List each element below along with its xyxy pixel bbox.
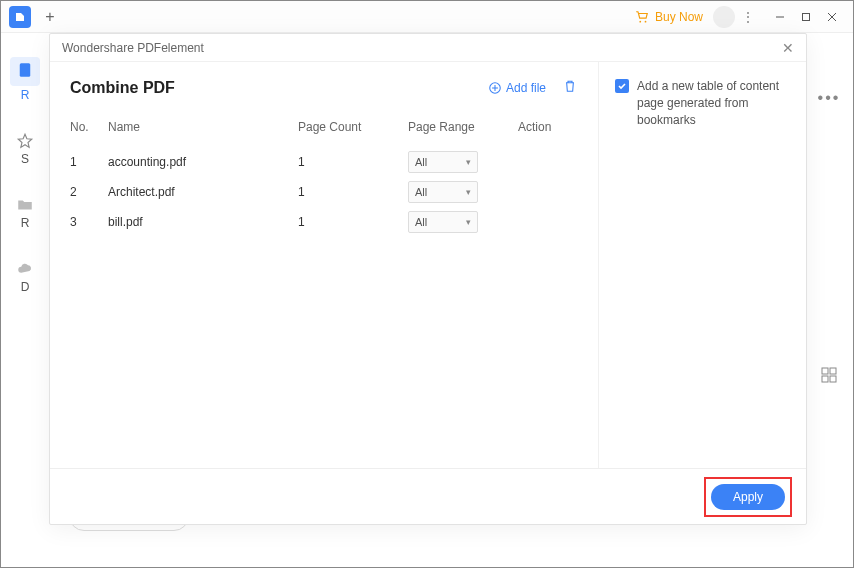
- cell-no: 2: [70, 185, 108, 199]
- cell-name: Architect.pdf: [108, 185, 298, 199]
- option-label: Add a new table of content page generate…: [637, 78, 790, 128]
- cell-no: 3: [70, 215, 108, 229]
- dialog-window-title: Wondershare PDFelement: [62, 41, 204, 55]
- cell-name: accounting.pdf: [108, 155, 298, 169]
- page-range-select[interactable]: All ▾: [408, 181, 478, 203]
- cell-no: 1: [70, 155, 108, 169]
- files-table: No. Name Page Count Page Range Action 1 …: [70, 114, 578, 235]
- cell-page-range: All ▾: [408, 211, 518, 233]
- dialog-close-button[interactable]: ✕: [782, 40, 794, 56]
- cell-page-count: 1: [298, 215, 408, 229]
- col-name: Name: [108, 120, 298, 134]
- option-row[interactable]: Add a new table of content page generate…: [615, 78, 790, 128]
- page-range-select[interactable]: All ▾: [408, 151, 478, 173]
- check-icon: [617, 81, 627, 91]
- range-value: All: [415, 156, 427, 168]
- add-file-button[interactable]: Add file: [488, 81, 546, 95]
- dialog-main: Combine PDF Add file No. Na: [50, 62, 598, 468]
- plus-circle-icon: [488, 81, 502, 95]
- col-no: No.: [70, 120, 108, 134]
- col-action: Action: [518, 120, 578, 134]
- combine-pdf-dialog: Wondershare PDFelement ✕ Combine PDF Add…: [49, 33, 807, 525]
- table-row[interactable]: 2 Architect.pdf 1 All ▾: [70, 175, 578, 205]
- chevron-down-icon: ▾: [466, 157, 471, 167]
- add-file-label: Add file: [506, 81, 546, 95]
- apply-highlight: Apply: [704, 477, 792, 517]
- dialog-header-row: Combine PDF Add file: [70, 78, 578, 98]
- app-window: + Buy Now ⋮ R S: [0, 0, 854, 568]
- checkbox-checked[interactable]: [615, 79, 629, 93]
- table-row[interactable]: 3 bill.pdf 1 All ▾: [70, 205, 578, 235]
- dialog-footer: Apply: [50, 468, 806, 524]
- cell-page-range: All ▾: [408, 151, 518, 173]
- chevron-down-icon: ▾: [466, 217, 471, 227]
- dialog-side-panel: Add a new table of content page generate…: [598, 62, 806, 468]
- apply-button[interactable]: Apply: [711, 484, 785, 510]
- trash-icon: [562, 78, 578, 94]
- dialog-backdrop: Wondershare PDFelement ✕ Combine PDF Add…: [1, 1, 853, 567]
- dialog-titlebar: Wondershare PDFelement ✕: [50, 34, 806, 62]
- dialog-title: Combine PDF: [70, 79, 175, 97]
- delete-button[interactable]: [562, 78, 578, 98]
- col-page-count: Page Count: [298, 120, 408, 134]
- cell-page-count: 1: [298, 185, 408, 199]
- cell-name: bill.pdf: [108, 215, 298, 229]
- table-header: No. Name Page Count Page Range Action: [70, 114, 578, 141]
- range-value: All: [415, 216, 427, 228]
- page-range-select[interactable]: All ▾: [408, 211, 478, 233]
- chevron-down-icon: ▾: [466, 187, 471, 197]
- table-row[interactable]: 1 accounting.pdf 1 All ▾: [70, 145, 578, 175]
- cell-page-range: All ▾: [408, 181, 518, 203]
- dialog-body: Combine PDF Add file No. Na: [50, 62, 806, 468]
- range-value: All: [415, 186, 427, 198]
- cell-page-count: 1: [298, 155, 408, 169]
- col-page-range: Page Range: [408, 120, 518, 134]
